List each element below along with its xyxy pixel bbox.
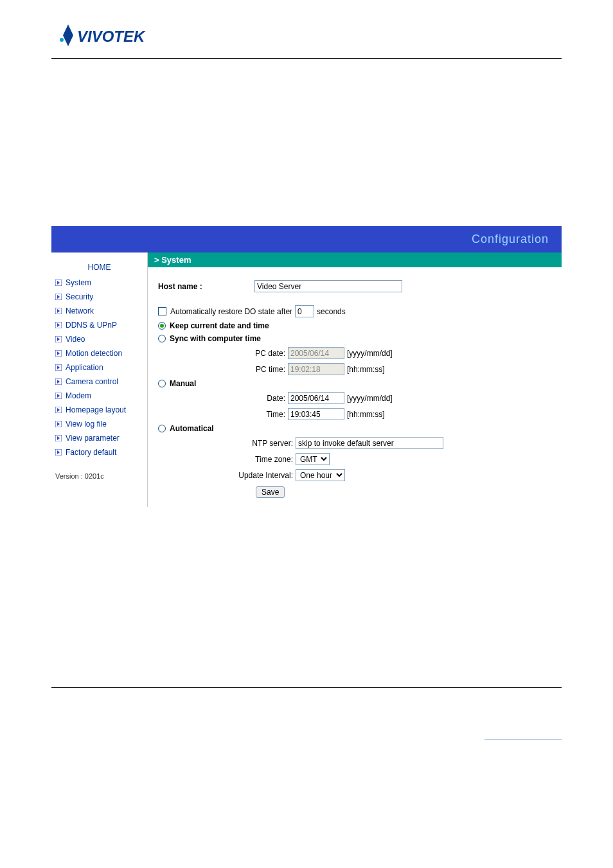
home-link[interactable]: HOME (54, 259, 145, 276)
version-label: Version : 0201c (54, 459, 145, 493)
nav-item-label: Motion detection (66, 349, 122, 358)
menu-system[interactable]: System (54, 276, 145, 290)
arrow-right-icon (55, 279, 62, 286)
pc-time-hint: [hh:mm:ss] (347, 365, 385, 374)
menu-view-parameter[interactable]: View parameter (54, 431, 145, 445)
sidebar: HOME SystemSecurityNetworkDDNS & UPnPVid… (51, 252, 148, 507)
arrow-right-icon (55, 421, 62, 427)
menu-homepage-layout[interactable]: Homepage layout (54, 403, 145, 417)
arrow-right-icon (55, 294, 62, 300)
arrow-right-icon (55, 449, 62, 456)
svg-point-0 (60, 38, 64, 42)
content-panel: > System Host name : Automatically resto… (148, 252, 562, 507)
nav-item-label: Security (66, 292, 93, 301)
config-title-bar: Configuration (51, 226, 562, 252)
manual-time-hint: [hh:mm:ss] (347, 410, 385, 419)
menu-factory-default[interactable]: Factory default (54, 445, 145, 459)
manual-date-label: Date: (229, 394, 285, 403)
nav-item-label: Factory default (66, 448, 116, 457)
radio-automatical[interactable] (158, 425, 166, 432)
nav-item-label: Homepage layout (66, 405, 126, 414)
hostname-input[interactable] (254, 280, 402, 292)
auto-restore-checkbox[interactable] (158, 307, 166, 315)
save-button[interactable]: Save (256, 486, 285, 498)
config-title: Configuration (472, 233, 549, 245)
menu-network[interactable]: Network (54, 304, 145, 318)
nav-item-label: Modem (66, 391, 91, 400)
menu-video[interactable]: Video (54, 332, 145, 346)
arrow-right-icon (55, 308, 62, 314)
nav-item-label: Video (66, 335, 85, 344)
radio-auto-label: Automatical (170, 424, 214, 433)
pc-date-input (288, 347, 344, 359)
pc-date-label: PC date: (229, 349, 285, 358)
auto-restore-label-suffix: seconds (317, 307, 346, 316)
arrow-right-icon (55, 322, 62, 328)
arrow-right-icon (55, 336, 62, 342)
manual-date-input[interactable] (288, 392, 344, 404)
arrow-right-icon (55, 407, 62, 413)
arrow-right-icon (55, 364, 62, 371)
radio-keep-label: Keep current date and time (170, 321, 269, 330)
menu-security[interactable]: Security (54, 290, 145, 304)
hostname-label: Host name : (158, 282, 254, 291)
menu-ddns-upnp[interactable]: DDNS & UPnP (54, 318, 145, 332)
radio-sync-computer[interactable] (158, 335, 166, 342)
nav-item-label: View parameter (66, 434, 120, 443)
nav-item-label: Application (66, 363, 103, 372)
arrow-right-icon (55, 393, 62, 399)
menu-view-log[interactable]: View log file (54, 417, 145, 431)
ntp-server-label: NTP server: (209, 439, 293, 448)
update-interval-select[interactable]: One hour (296, 469, 345, 481)
manual-date-hint: [yyyy/mm/dd] (347, 394, 393, 403)
auto-restore-label-prefix: Automatically restore DO state after (170, 307, 292, 316)
arrow-right-icon (55, 435, 62, 441)
pc-time-input (288, 363, 344, 375)
nav-item-label: System (66, 278, 91, 287)
top-divider (51, 58, 562, 59)
update-interval-label: Update Interval: (209, 471, 293, 480)
pc-date-hint: [yyyy/mm/dd] (347, 349, 393, 358)
radio-sync-label: Sync with computer time (170, 334, 261, 343)
menu-application[interactable]: Application (54, 360, 145, 375)
pc-time-label: PC time: (229, 365, 285, 374)
radio-manual-label: Manual (170, 379, 196, 388)
radio-manual[interactable] (158, 380, 166, 387)
auto-restore-seconds-input[interactable] (295, 305, 314, 317)
timezone-select[interactable]: GMT (296, 453, 330, 465)
footer-accent-line (484, 740, 562, 740)
manual-time-label: Time: (229, 410, 285, 419)
menu-modem[interactable]: Modem (54, 389, 145, 403)
brand-logo: VIVOTEK (51, 19, 562, 51)
nav-item-label: Network (66, 306, 94, 315)
section-title: > System (148, 252, 562, 267)
manual-time-input[interactable] (288, 408, 344, 420)
ntp-server-input[interactable] (296, 437, 443, 449)
arrow-right-icon (55, 350, 62, 357)
svg-text:VIVOTEK: VIVOTEK (77, 28, 146, 45)
bottom-divider (51, 687, 562, 688)
menu-motion-detection[interactable]: Motion detection (54, 346, 145, 360)
radio-keep-current[interactable] (158, 322, 166, 330)
arrow-right-icon (55, 378, 62, 385)
menu-camera-control[interactable]: Camera control (54, 375, 145, 389)
nav-item-label: DDNS & UPnP (66, 321, 117, 330)
nav-item-label: Camera control (66, 377, 118, 386)
timezone-label: Time zone: (209, 455, 293, 464)
nav-item-label: View log file (66, 420, 107, 429)
